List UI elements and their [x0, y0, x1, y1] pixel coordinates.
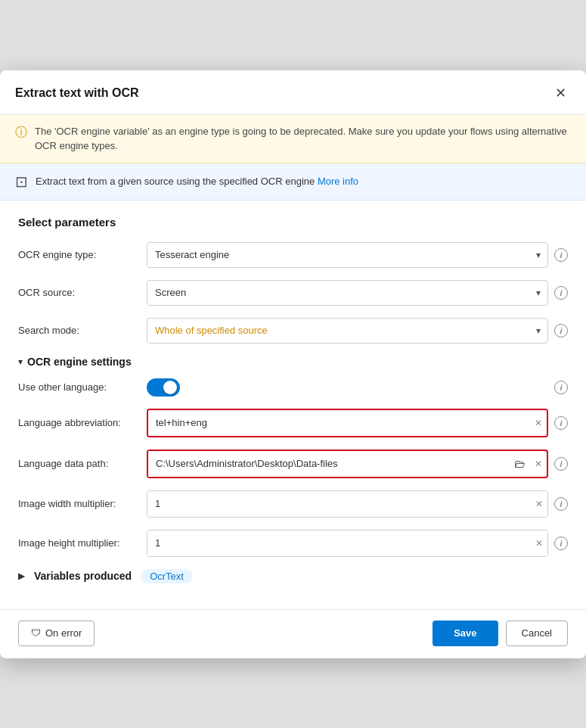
ocr-source-select-wrapper: Screen ▾ — [147, 280, 548, 306]
shield-icon: 🛡 — [31, 627, 41, 639]
toggle-thumb — [163, 381, 177, 394]
dialog-footer: 🛡 On error Save Cancel — [0, 609, 586, 658]
ocr-source-control: Screen ▾ i — [147, 280, 568, 306]
use-other-lang-info-icon[interactable]: i — [554, 381, 568, 394]
search-mode-control: Whole of specified source ▾ i — [147, 318, 568, 344]
use-other-lang-label: Use other language: — [18, 381, 139, 393]
footer-right: Save Cancel — [433, 621, 568, 646]
lang-data-path-row: Language data path: 🗁 ✕ i — [18, 450, 568, 478]
search-mode-label: Search mode: — [18, 325, 139, 336]
img-width-info-icon[interactable]: i — [554, 497, 568, 511]
more-info-link[interactable]: More info — [318, 176, 358, 187]
folder-browse-icon[interactable]: 🗁 — [510, 457, 530, 470]
img-width-row: Image width multiplier: ✕ i — [18, 490, 568, 518]
lang-abbrev-label: Language abbreviation: — [18, 417, 139, 428]
use-other-lang-control: i — [147, 378, 568, 397]
ocr-engine-info-icon[interactable]: i — [554, 248, 568, 262]
img-width-control: ✕ i — [147, 490, 568, 518]
lang-abbrev-input-wrapper: ✕ — [147, 409, 548, 437]
variables-section: ▶ Variables produced OcrText — [18, 569, 568, 583]
engine-settings-label: OCR engine settings — [27, 356, 132, 368]
info-banner: ⊡ Extract text from a given source using… — [0, 163, 586, 201]
warning-text: The 'OCR engine variable' as an engine t… — [35, 124, 571, 154]
ocr-source-select[interactable]: Screen — [147, 280, 548, 306]
section-title: Select parameters — [18, 216, 568, 229]
use-other-lang-row: Use other language: i — [18, 378, 568, 397]
engine-settings-section: ▾ OCR engine settings Use other language… — [18, 356, 568, 557]
collapse-arrow-icon: ▾ — [18, 356, 23, 367]
warning-banner: ⓘ The 'OCR engine variable' as an engine… — [0, 115, 586, 163]
img-height-input[interactable] — [147, 530, 547, 556]
lang-abbrev-row: Language abbreviation: ✕ i — [18, 409, 568, 437]
img-height-clear-icon[interactable]: ✕ — [535, 538, 543, 549]
search-mode-info-icon[interactable]: i — [554, 324, 568, 338]
engine-settings-header[interactable]: ▾ OCR engine settings — [18, 356, 568, 368]
ocr-engine-label: OCR engine type: — [18, 249, 139, 260]
save-button[interactable]: Save — [433, 621, 498, 646]
img-width-input-wrapper: ✕ — [147, 490, 548, 518]
lang-abbrev-info-icon[interactable]: i — [554, 416, 568, 430]
search-mode-select-wrapper: Whole of specified source ▾ — [147, 318, 548, 344]
lang-abbrev-control: ✕ i — [147, 409, 568, 437]
img-height-control: ✕ i — [147, 530, 568, 557]
lang-data-path-label: Language data path: — [18, 458, 139, 469]
img-width-input[interactable] — [147, 491, 547, 517]
img-width-clear-icon[interactable]: ✕ — [535, 499, 543, 509]
on-error-label: On error — [45, 627, 82, 639]
dialog-title: Extract text with OCR — [15, 86, 139, 100]
dialog-body: Select parameters OCR engine type: Tesse… — [0, 201, 586, 602]
ocr-source-label: OCR source: — [18, 287, 139, 298]
lang-abbrev-clear-icon[interactable]: ✕ — [535, 418, 542, 428]
close-button[interactable]: ✕ — [550, 82, 571, 104]
img-height-info-icon[interactable]: i — [554, 537, 568, 550]
img-height-input-wrapper: ✕ — [147, 530, 548, 557]
variables-label[interactable]: Variables produced — [34, 570, 132, 582]
lang-data-path-control: 🗁 ✕ i — [147, 450, 568, 478]
img-height-row: Image height multiplier: ✕ i — [18, 530, 568, 557]
lang-data-path-input-wrapper: 🗁 ✕ — [147, 450, 548, 478]
lang-abbrev-input[interactable] — [148, 410, 547, 436]
use-other-lang-toggle[interactable] — [147, 378, 180, 397]
search-mode-select[interactable]: Whole of specified source — [147, 318, 548, 344]
variable-badge: OcrText — [141, 569, 193, 583]
ocr-engine-select-wrapper: Tesseract engine ▾ — [147, 242, 548, 268]
on-error-button[interactable]: 🛡 On error — [18, 621, 95, 646]
img-width-label: Image width multiplier: — [18, 498, 139, 509]
ocr-engine-select[interactable]: Tesseract engine — [147, 242, 548, 268]
lang-data-path-info-icon[interactable]: i — [554, 457, 568, 471]
info-text: Extract text from a given source using t… — [36, 176, 358, 187]
img-height-label: Image height multiplier: — [18, 537, 139, 549]
ocr-icon: ⊡ — [15, 173, 28, 191]
dialog-header: Extract text with OCR ✕ — [0, 70, 586, 115]
lang-data-path-input[interactable] — [148, 451, 510, 477]
warning-icon: ⓘ — [15, 125, 27, 141]
ocr-engine-row: OCR engine type: Tesseract engine ▾ i — [18, 242, 568, 268]
ocr-source-info-icon[interactable]: i — [554, 286, 568, 300]
search-mode-row: Search mode: Whole of specified source ▾… — [18, 318, 568, 344]
lang-data-path-clear-icon[interactable]: ✕ — [530, 459, 547, 469]
variables-collapse-icon: ▶ — [18, 571, 25, 581]
cancel-button[interactable]: Cancel — [506, 621, 568, 646]
ocr-source-row: OCR source: Screen ▾ i — [18, 280, 568, 306]
ocr-engine-control: Tesseract engine ▾ i — [147, 242, 568, 268]
info-description: Extract text from a given source using t… — [36, 176, 315, 187]
